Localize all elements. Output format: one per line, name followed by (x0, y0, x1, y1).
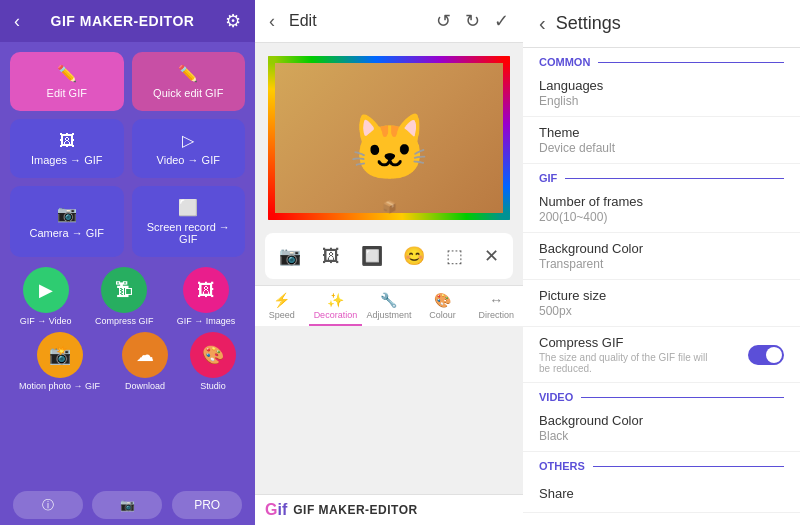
mid-footer-title: GIF MAKER-EDITOR (293, 503, 417, 517)
app-title: GIF MAKER-EDITOR (51, 13, 195, 29)
settings-icon[interactable]: ⚙ (225, 10, 241, 32)
camera-gif-button[interactable]: 📷 Camera → GIF (10, 186, 124, 257)
main-button-grid: ✏️ Edit GIF ✏️ Quick edit GIF 🖼 Images →… (0, 42, 255, 261)
compress-gif-toggle[interactable] (748, 345, 784, 365)
camera-tool-icon[interactable]: 📷 (275, 241, 305, 271)
confirm-icon[interactable]: ✓ (494, 10, 509, 32)
images-gif-button[interactable]: 🖼 Images → GIF (10, 119, 124, 178)
small-buttons-row1: ▶ GIF → Video 🗜 Compress GIF 🖼 GIF → Ima… (0, 261, 255, 328)
studio-label: Studio (200, 381, 226, 391)
setting-languages[interactable]: Languages English (523, 70, 800, 117)
tab-colour-label: Colour (429, 310, 456, 320)
camera-icon: 📷 (57, 204, 77, 223)
num-frames-name: Number of frames (539, 194, 784, 209)
decoration-icon: ✨ (327, 292, 344, 308)
compress-gif-name: Compress GIF (539, 335, 719, 350)
studio-button[interactable]: 🎨 Studio (190, 332, 236, 391)
setting-share[interactable]: Share (523, 474, 800, 513)
crop-tool-icon[interactable]: 🔲 (357, 241, 387, 271)
redo-icon[interactable]: ↻ (465, 10, 480, 32)
emoji-tool-icon[interactable]: 😊 (399, 241, 429, 271)
text-tool-icon[interactable]: ⬚ (442, 241, 467, 271)
tab-colour[interactable]: 🎨 Colour (416, 286, 470, 326)
section-gif-label: GIF (523, 164, 800, 186)
section-video-label: VIDEO (523, 383, 800, 405)
picture-size-name: Picture size (539, 288, 784, 303)
quick-edit-label: Quick edit GIF (153, 87, 223, 99)
setting-video-bg-color[interactable]: Background Color Black (523, 405, 800, 452)
tab-adjustment[interactable]: 🔧 Adjustment (362, 286, 416, 326)
tab-direction-label: Direction (478, 310, 514, 320)
screen-record-button[interactable]: ⬜ Screen record → GIF (132, 186, 246, 257)
tab-decoration-label: Decoration (314, 310, 358, 320)
gif-video-circle: ▶ (23, 267, 69, 313)
setting-bg-color[interactable]: Background Color Transparent (523, 233, 800, 280)
right-header: ‹ Settings (523, 0, 800, 48)
gif-video-button[interactable]: ▶ GIF → Video (20, 267, 72, 326)
compress-gif-circle: 🗜 (101, 267, 147, 313)
bottom-nav: ⓘ 📷 PRO (0, 485, 255, 525)
mid-footer: Gif GIF MAKER-EDITOR (255, 494, 523, 525)
motion-label: Motion photo → GIF (19, 381, 100, 391)
tab-bar: ⚡ Speed ✨ Decoration 🔧 Adjustment 🎨 Colo… (255, 285, 523, 326)
close-tool-icon[interactable]: ✕ (480, 241, 503, 271)
screen-gif-label: Screen record → GIF (138, 221, 240, 245)
tab-speed[interactable]: ⚡ Speed (255, 286, 309, 326)
right-panel: ‹ Settings COMMON Languages English Them… (523, 0, 800, 525)
mid-title: Edit (289, 12, 422, 30)
section-others-label: OTHERS (523, 452, 800, 474)
download-button[interactable]: ☁ Download (122, 332, 168, 391)
compress-gif-button[interactable]: 🗜 Compress GIF (95, 267, 154, 326)
setting-picture-size[interactable]: Picture size 500px (523, 280, 800, 327)
edit-icon: ✏️ (57, 64, 77, 83)
mid-header: ‹ Edit ↺ ↻ ✓ (255, 0, 523, 43)
share-text: Share (539, 486, 574, 501)
compress-gif-label: Compress GIF (95, 316, 154, 326)
quick-edit-icon: ✏️ (178, 64, 198, 83)
left-back-icon[interactable]: ‹ (14, 11, 20, 32)
setting-theme[interactable]: Theme Device default (523, 117, 800, 164)
undo-icon[interactable]: ↺ (436, 10, 451, 32)
mid-back-icon[interactable]: ‹ (269, 11, 275, 32)
video-gif-label: Video → GIF (157, 154, 220, 166)
video-bg-color-name: Background Color (539, 413, 784, 428)
motion-circle: 📸 (37, 332, 83, 378)
video-icon: ▷ (182, 131, 194, 150)
picture-size-value: 500px (539, 304, 784, 318)
motion-photo-button[interactable]: 📸 Motion photo → GIF (19, 332, 100, 391)
settings-title: Settings (556, 13, 621, 34)
languages-name: Languages (539, 78, 784, 93)
gif-images-button[interactable]: 🖼 GIF → Images (177, 267, 236, 326)
download-label: Download (125, 381, 165, 391)
gif-images-label: GIF → Images (177, 316, 236, 326)
setting-privacy[interactable]: Privacy policy (523, 513, 800, 525)
images-icon: 🖼 (59, 132, 75, 150)
bg-color-value: Transparent (539, 257, 784, 271)
toolbar-area: 📷 🖼 🔲 😊 ⬚ ✕ (265, 233, 513, 279)
tab-decoration[interactable]: ✨ Decoration (309, 286, 363, 326)
direction-icon: ↔ (489, 292, 503, 308)
left-header: ‹ GIF MAKER-EDITOR ⚙ (0, 0, 255, 42)
compress-gif-desc: The size and quality of the GIF file wil… (539, 352, 719, 374)
compress-gif-text-group: Compress GIF The size and quality of the… (539, 335, 719, 374)
video-gif-button[interactable]: ▷ Video → GIF (132, 119, 246, 178)
video-bg-color-value: Black (539, 429, 784, 443)
tab-direction[interactable]: ↔ Direction (469, 286, 523, 326)
pro-button[interactable]: PRO (172, 491, 242, 519)
edit-gif-label: Edit GIF (47, 87, 87, 99)
info-button[interactable]: ⓘ (13, 491, 83, 519)
screen-icon: ⬜ (178, 198, 198, 217)
bg-color-name: Background Color (539, 241, 784, 256)
quick-edit-gif-button[interactable]: ✏️ Quick edit GIF (132, 52, 246, 111)
images-gif-label: Images → GIF (31, 154, 103, 166)
setting-num-frames[interactable]: Number of frames 200(10~400) (523, 186, 800, 233)
small-buttons-row2: 📸 Motion photo → GIF ☁ Download 🎨 Studio (0, 328, 255, 395)
gif-video-label: GIF → Video (20, 316, 72, 326)
camera-nav-button[interactable]: 📷 (92, 491, 162, 519)
theme-name: Theme (539, 125, 784, 140)
right-back-icon[interactable]: ‹ (539, 12, 546, 35)
adjustment-icon: 🔧 (380, 292, 397, 308)
image-tool-icon[interactable]: 🖼 (318, 242, 344, 271)
edit-gif-button[interactable]: ✏️ Edit GIF (10, 52, 124, 111)
languages-value: English (539, 94, 784, 108)
